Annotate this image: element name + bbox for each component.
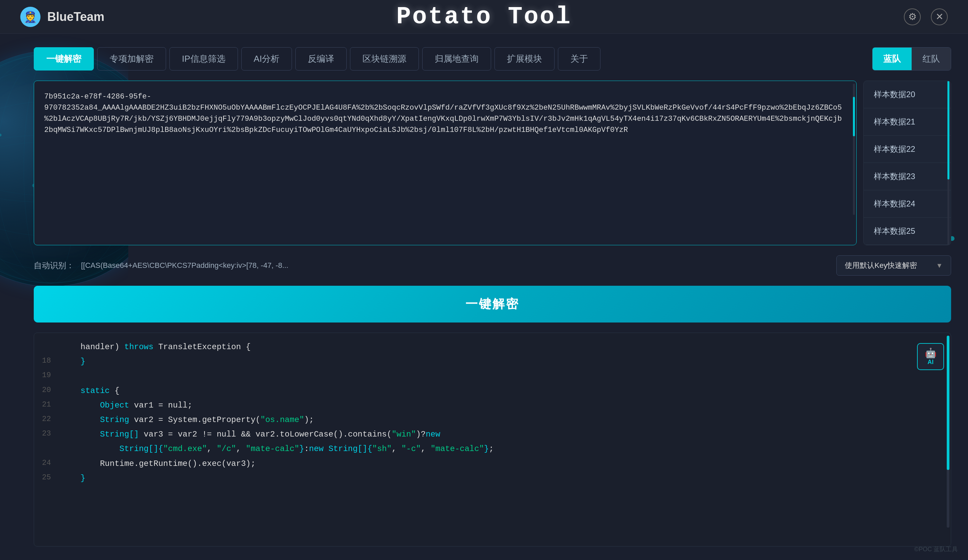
sample-item-22[interactable]: 样本数据22 xyxy=(864,135,951,163)
tab-one-click[interactable]: 一键解密 xyxy=(34,47,94,71)
code-line-17: handler) throws TransletException { xyxy=(34,340,951,354)
input-section: 7b951c2a-e78f-4286-95fe-970782352a84_AAA… xyxy=(34,81,951,245)
settings-button[interactable]: ⚙ xyxy=(904,8,921,25)
sample-item-21[interactable]: 样本数据21 xyxy=(864,108,951,135)
code-line-24: 24 Runtime.getRuntime().exec(var3); xyxy=(34,456,951,471)
app-title-container: Potato Tool xyxy=(396,3,572,31)
team-red-button[interactable]: 红队 xyxy=(912,48,951,70)
tab-ip-filter[interactable]: IP信息筛选 xyxy=(169,47,238,71)
line-content-25: } xyxy=(61,471,951,486)
line-number-25: 25 xyxy=(34,471,61,484)
tab-special-decrypt[interactable]: 专项加解密 xyxy=(97,47,166,71)
input-scrollbar[interactable] xyxy=(853,84,855,215)
code-line-23: 23 String[] var3 = var2 != null && var2.… xyxy=(34,427,951,456)
line-content-18: } xyxy=(61,354,951,369)
line-number-22: 22 xyxy=(34,413,61,426)
line-content-23: String[] var3 = var2 != null && var2.toL… xyxy=(61,427,951,456)
sample-item-24[interactable]: 样本数据24 xyxy=(864,190,951,218)
line-number-18: 18 xyxy=(34,354,61,368)
sample-item-23[interactable]: 样本数据23 xyxy=(864,163,951,190)
code-display: handler) throws TransletException { 18 }… xyxy=(34,333,951,543)
team-switch: 蓝队 红队 xyxy=(872,47,951,71)
avatar: 👮 xyxy=(20,7,40,27)
code-scrollbar-thumb xyxy=(947,336,950,470)
sample-item-20[interactable]: 样本数据20 xyxy=(864,81,951,108)
code-line-19: 19 xyxy=(34,369,951,383)
line-content-19 xyxy=(61,369,951,383)
line-content-24: Runtime.getRuntime().exec(var3); xyxy=(61,456,951,471)
sample-sidebar: 样本数据20 样本数据21 样本数据22 样本数据23 样本数据24 样本数据2… xyxy=(864,81,951,245)
line-content-20: static { xyxy=(61,383,951,398)
tab-attribution[interactable]: 归属地查询 xyxy=(422,47,491,71)
key-dropdown[interactable]: 使用默认Key快速解密 ▼ xyxy=(836,255,951,276)
line-content: handler) throws TransletException { xyxy=(61,340,951,354)
team-blue-button[interactable]: 蓝队 xyxy=(872,48,912,70)
sample-item-25[interactable]: 样本数据25 xyxy=(864,218,951,245)
code-scrollbar[interactable] xyxy=(947,336,950,528)
decrypt-button[interactable]: 一键解密 xyxy=(34,286,951,322)
line-number-19: 19 xyxy=(34,369,61,382)
app-title: Potato Tool xyxy=(396,3,572,31)
ai-icon: 🤖 xyxy=(925,347,937,358)
tab-decompile[interactable]: 反编译 xyxy=(295,47,346,71)
sample-scrollbar-thumb xyxy=(947,81,950,180)
nav-tabs: 一键解密 专项加解密 IP信息筛选 AI分析 反编译 区块链溯源 归属地查询 扩… xyxy=(34,47,951,71)
cipher-input-container: 7b951c2a-e78f-4286-95fe-970782352a84_AAA… xyxy=(34,81,857,245)
tab-blockchain[interactable]: 区块链溯源 xyxy=(350,47,419,71)
ai-label: AI xyxy=(928,358,933,366)
line-number-24: 24 xyxy=(34,456,61,470)
code-line-25: 25 } xyxy=(34,471,951,486)
close-button[interactable]: ✕ xyxy=(931,8,948,25)
code-output: handler) throws TransletException { 18 }… xyxy=(34,333,951,547)
code-line-21: 21 Object var1 = null; xyxy=(34,398,951,413)
content-panel: 一键解密 专项加解密 IP信息筛选 AI分析 反编译 区块链溯源 归属地查询 扩… xyxy=(0,34,968,560)
line-number-20: 20 xyxy=(34,383,61,397)
key-dropdown-text: 使用默认Key快速解密 xyxy=(845,261,917,271)
line-content-21: Object var1 = null; xyxy=(61,398,951,413)
detect-label: 自动识别： xyxy=(34,260,74,271)
chevron-down-icon: ▼ xyxy=(936,262,943,269)
window-controls: ⚙ ✕ xyxy=(904,8,948,25)
input-scrollbar-thumb xyxy=(853,97,855,136)
code-line-18: 18 } xyxy=(34,354,951,369)
ai-analysis-button[interactable]: 🤖 AI xyxy=(917,343,944,370)
line-number-23: 23 xyxy=(34,427,61,441)
titlebar: 👮 BlueTeam Potato Tool ⚙ ✕ xyxy=(0,0,968,34)
code-line-20: 20 static { xyxy=(34,383,951,398)
brand-section: 👮 BlueTeam xyxy=(20,7,104,27)
tab-ai-analysis[interactable]: AI分析 xyxy=(241,47,292,71)
tab-extend[interactable]: 扩展模块 xyxy=(494,47,555,71)
main-container: 一键解密 专项加解密 IP信息筛选 AI分析 反编译 区块链溯源 归属地查询 扩… xyxy=(0,34,968,560)
sample-scrollbar[interactable] xyxy=(947,81,950,245)
tab-about[interactable]: 关于 xyxy=(558,47,600,71)
line-number-21: 21 xyxy=(34,398,61,411)
cipher-input[interactable]: 7b951c2a-e78f-4286-95fe-970782352a84_AAA… xyxy=(34,81,856,175)
line-content-22: String var2 = System.getProperty("os.nam… xyxy=(61,413,951,427)
detect-value: [[CAS(Base64+AES\CBC\PKCS7Padding<key:iv… xyxy=(81,261,830,270)
detect-row: 自动识别： [[CAS(Base64+AES\CBC\PKCS7Padding<… xyxy=(34,255,951,276)
brand-name: BlueTeam xyxy=(47,10,104,24)
code-line-22: 22 String var2 = System.getProperty("os.… xyxy=(34,413,951,427)
